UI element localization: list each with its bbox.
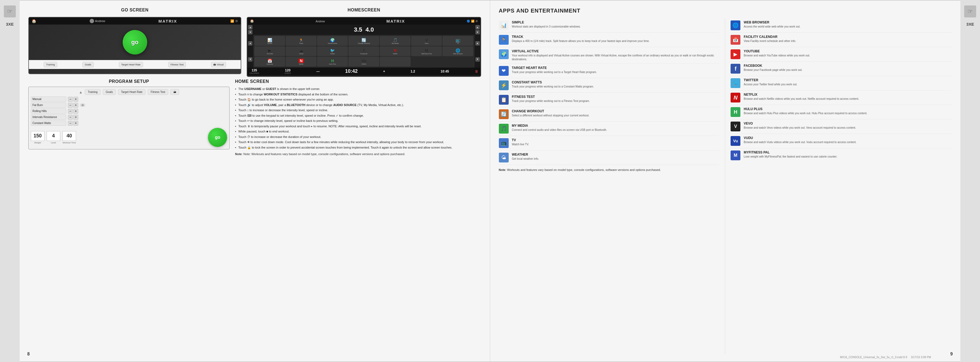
- hs-left-arrows: ▲ ▼: [247, 25, 253, 35]
- hs-apps-up-right[interactable]: ▲: [476, 41, 480, 46]
- go-icons-right: 📶 ⚙: [230, 19, 238, 23]
- ps-minus-cw[interactable]: −: [68, 121, 73, 125]
- web-text: WEB BROWSER Access the world wide web wh…: [744, 21, 800, 29]
- app-va-icon: 🌍: [330, 38, 335, 42]
- ps-fitness-btn[interactable]: Fitness Test: [148, 89, 168, 95]
- ps-plus-manual[interactable]: +: [73, 97, 78, 102]
- app-item-simple: 📊 SIMPLE Workout stats are displayed in …: [499, 18, 720, 33]
- go-matrix-logo: MATRIX: [158, 19, 177, 24]
- app-cal-icon: 📅: [267, 59, 272, 63]
- left-page-tab: ☞ 3XE: [0, 0, 20, 362]
- ps-va-btn[interactable]: 🏔: [170, 89, 179, 95]
- left-bottom-row: PROGRAM SETUP ▲ Training Goals Target He…: [29, 79, 481, 354]
- go-thr-btn[interactable]: Target Heart Rate: [119, 62, 143, 67]
- facebook-desc: Browse your Facebook page while you work…: [744, 68, 802, 72]
- ps-plus-rolling[interactable]: +: [73, 109, 78, 114]
- app-mfp[interactable]: MMyFitness Pal: [411, 46, 442, 56]
- go-screen-center: go: [29, 25, 241, 60]
- right-half: APPS AND ENTERTAINMENT 📊 SIMPLE Workout …: [490, 0, 961, 362]
- weather-text: WEATHER Get local weather info.: [512, 152, 539, 161]
- right-page-tab: ☞ 3XE: [960, 0, 980, 362]
- hs-home-icon: 🏠: [250, 19, 254, 23]
- footer-filename: MX16_CONSOLE_Universal_3x_3xe_5x_r1_0.in…: [840, 356, 907, 359]
- go-button-circle[interactable]: go: [123, 30, 147, 54]
- hs-bullet-11: Touch ❄ to enter cool down mode. Cool do…: [235, 140, 481, 144]
- go-training-btn[interactable]: Training: [44, 62, 57, 67]
- app-calendar[interactable]: 📅Calendar: [255, 57, 285, 67]
- ps-plus-cw[interactable]: +: [73, 121, 78, 125]
- app-tv-icon: 📺: [455, 38, 460, 42]
- cw-text: CONSTANT WATTS Track your progress while…: [512, 80, 594, 89]
- hs-bullet-6: Touch ⌨ to use the keypad to set intensi…: [235, 113, 481, 118]
- fitness-icon: 📋: [499, 95, 509, 105]
- app-extra: [380, 57, 410, 67]
- go-user-info: Andrew: [90, 19, 105, 23]
- ps-go-button[interactable]: go: [208, 128, 227, 147]
- hs-apps-down-right[interactable]: ▼: [476, 57, 480, 62]
- app-mymedia[interactable]: 🎵My Media: [380, 36, 410, 46]
- go-fitness-btn[interactable]: Fitness Test: [168, 62, 186, 67]
- ps-plus-fatburn[interactable]: +: [73, 103, 78, 108]
- app-track[interactable]: 🏃Track: [286, 36, 317, 46]
- ps-goals-btn[interactable]: Goals: [103, 89, 116, 95]
- hs-bluetooth-icon: 🔵: [467, 20, 470, 23]
- hs-apps-right-arrows: ▲ ▼: [475, 35, 480, 68]
- hs-apps-up[interactable]: ▲: [248, 41, 253, 46]
- hs-down-arrow-right[interactable]: ▼: [476, 30, 480, 34]
- ps-level-lbl: Level: [51, 141, 56, 144]
- app-vevo[interactable]: VVevo: [411, 36, 442, 46]
- vudu-desc: Browse and watch Vudu videos while you w…: [744, 140, 856, 144]
- ps-training-btn[interactable]: Training: [85, 89, 100, 95]
- app-facebook[interactable]: fFacebook: [348, 46, 379, 56]
- vevo-desc: Browse and watch Vevo videos while you w…: [744, 126, 856, 130]
- hs-metric-right: 4.0: [366, 26, 374, 33]
- hs-settings-icon: ⚙: [476, 20, 478, 23]
- hs-steps-val: 120: [285, 68, 291, 72]
- app-change-workout[interactable]: 🔄Change Workout: [348, 36, 379, 46]
- ps-minus-manual[interactable]: −: [68, 97, 73, 102]
- tv-text: TV Watch live TV.: [512, 138, 529, 146]
- app-hulu[interactable]: HHulu Plus: [317, 57, 348, 67]
- weather-icon: 🌤: [499, 152, 509, 162]
- app-netflix-2[interactable]: NNetflix: [286, 57, 317, 67]
- app-cloud[interactable]: ☁Cloud: [286, 46, 317, 56]
- hs-up-arrow-right[interactable]: ▲: [476, 25, 480, 29]
- youtube-text: YOUTUBE Browse and watch YouTube videos …: [744, 49, 810, 57]
- app-web[interactable]: 🌐Web Browser: [442, 46, 473, 56]
- app-tv[interactable]: 📺TV: [442, 36, 473, 46]
- hs-down-arrow[interactable]: ▼: [248, 30, 253, 34]
- ps-label-rolling: Rolling Hills: [31, 108, 66, 114]
- va-text: VIRTUAL ACTIVE Your workout info is disp…: [512, 49, 720, 61]
- facebook-icon: f: [730, 64, 740, 74]
- hs-pause-btn[interactable]: ⏸: [475, 69, 479, 74]
- app-youtube[interactable]: ▶YouTube: [255, 46, 285, 56]
- app-simple[interactable]: 📊Simple: [255, 36, 285, 46]
- hs-apps-down[interactable]: ▼: [248, 57, 253, 62]
- hs-bullet-4: Touch 🔊 to adjust VOLUME, pair a BLUETOO…: [235, 103, 481, 107]
- ps-minus-fatburn[interactable]: −: [68, 103, 73, 108]
- hs-apps-area: ▲ ▼ 📊Simple 🏃Track 🌍Virtual Active 🔄Chan…: [247, 35, 480, 68]
- simple-text: SIMPLE Workout stats are displayed in 3 …: [512, 21, 581, 29]
- hs-bottom-bar: 135 CALORIES 120 STEPS — 10:42: [247, 68, 480, 75]
- ps-plus-intervals[interactable]: +: [73, 115, 78, 120]
- facility-name: FACILITY CALENDAR: [744, 35, 796, 39]
- ps-row-cw: Constant Watts − +: [31, 121, 227, 125]
- app-virtual-active[interactable]: 🌍Virtual Active: [317, 36, 348, 46]
- ps-label-manual: Manual: [31, 97, 66, 102]
- hs-matrix-logo: MATRIX: [386, 19, 405, 24]
- go-va-btn[interactable]: 🏔 Virtual: [211, 62, 226, 67]
- app-vudu[interactable]: VuVUDU: [348, 57, 379, 67]
- app-item-tv: 📺 TV Watch live TV.: [499, 136, 720, 151]
- ps-minus-rolling[interactable]: −: [68, 109, 73, 114]
- app-netflix-1[interactable]: NNetflix: [380, 46, 410, 56]
- hulu-icon: H: [730, 107, 740, 117]
- app-twitter[interactable]: 🐦Twitter: [317, 46, 348, 56]
- ps-thr-btn[interactable]: Target Heart Rate: [118, 89, 146, 95]
- hs-bullet-9: While paused, touch ■ to end workout.: [235, 129, 481, 134]
- go-screen-device: 🏠 Andrew MATRIX 📶 ⚙ go: [29, 17, 241, 74]
- go-goals-btn[interactable]: Goals: [82, 62, 94, 67]
- hs-up-arrow[interactable]: ▲: [248, 25, 253, 29]
- vudu-icon: Vu: [730, 136, 740, 146]
- app-mfp-icon: M: [425, 48, 428, 52]
- ps-minus-intervals[interactable]: −: [68, 115, 73, 120]
